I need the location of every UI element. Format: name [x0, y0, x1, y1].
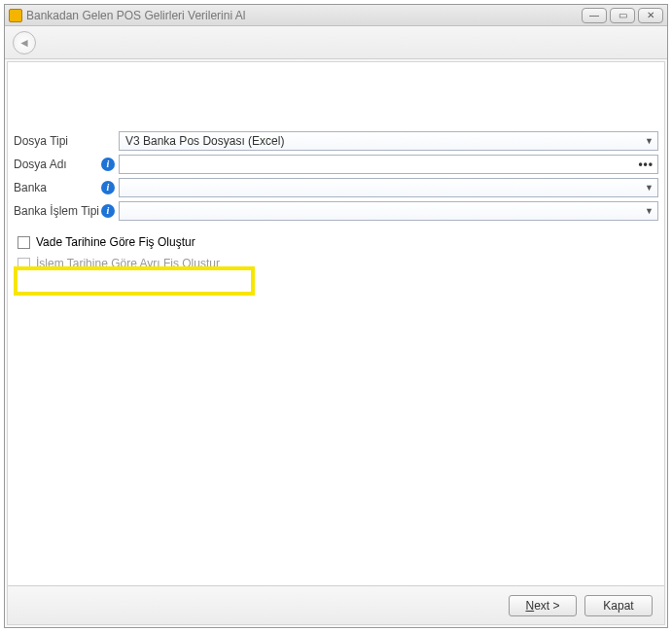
- checkbox-label-2: İşlem Tarihine Göre Ayrı Fiş Oluştur: [36, 257, 220, 270]
- back-button[interactable]: ◄: [13, 31, 36, 54]
- info-icon[interactable]: i: [101, 204, 115, 218]
- row-banka: Banka i ▼: [14, 177, 658, 198]
- content-panel: Dosya Tipi V3 Banka Pos Dosyası (Excel) …: [7, 61, 665, 625]
- browse-button[interactable]: •••: [638, 158, 654, 171]
- combo-banka-islem-tipi[interactable]: ▼: [119, 201, 658, 221]
- chevron-down-icon: ▼: [645, 183, 654, 193]
- label-banka-islem-tipi: Banka İşlem Tipi: [14, 204, 101, 218]
- app-window: Bankadan Gelen POS Gelirleri Verilerini …: [4, 4, 668, 628]
- combo-banka[interactable]: ▼: [119, 178, 658, 197]
- kapat-button[interactable]: Kapat: [584, 595, 653, 616]
- window-controls: — ▭ ✕: [582, 8, 663, 23]
- minimize-button[interactable]: —: [582, 8, 607, 23]
- app-icon: [9, 9, 22, 22]
- titlebar: Bankadan Gelen POS Gelirleri Verilerini …: [5, 5, 667, 26]
- chevron-down-icon: ▼: [645, 136, 654, 146]
- label-dosya-adi: Dosya Adı: [14, 158, 101, 171]
- window-title: Bankadan Gelen POS Gelirleri Verilerini …: [26, 9, 582, 22]
- arrow-left-icon: ◄: [18, 36, 30, 50]
- next-button[interactable]: Next >: [509, 595, 577, 616]
- label-banka: Banka: [14, 181, 101, 194]
- checkbox-label-1: Vade Tarihine Göre Fiş Oluştur: [36, 235, 195, 249]
- chevron-down-icon: ▼: [645, 206, 654, 216]
- label-dosya-tipi: Dosya Tipi: [14, 134, 101, 148]
- row-dosya-tipi: Dosya Tipi V3 Banka Pos Dosyası (Excel) …: [14, 130, 658, 152]
- row-dosya-adi: Dosya Adı i •••: [14, 154, 658, 175]
- checkbox-icon[interactable]: [18, 236, 30, 249]
- input-dosya-adi[interactable]: •••: [119, 155, 658, 174]
- info-icon[interactable]: i: [101, 158, 115, 171]
- checkbox-icon[interactable]: [18, 258, 30, 270]
- form-area: Dosya Tipi V3 Banka Pos Dosyası (Excel) …: [8, 62, 664, 274]
- info-icon[interactable]: i: [101, 181, 115, 194]
- toolbar: ◄: [5, 26, 667, 59]
- footer: Next > Kapat: [8, 585, 664, 624]
- close-button[interactable]: ✕: [638, 8, 663, 23]
- combo-dosya-tipi[interactable]: V3 Banka Pos Dosyası (Excel) ▼: [119, 131, 658, 151]
- checkbox-islem-tarihine[interactable]: İşlem Tarihine Göre Ayrı Fiş Oluştur: [14, 253, 658, 274]
- maximize-button[interactable]: ▭: [610, 8, 635, 23]
- combo-dosya-tipi-value: V3 Banka Pos Dosyası (Excel): [125, 134, 284, 148]
- checkbox-vade-tarihine[interactable]: Vade Tarihine Göre Fiş Oluştur: [14, 231, 658, 253]
- row-banka-islem-tipi: Banka İşlem Tipi i ▼: [14, 200, 658, 222]
